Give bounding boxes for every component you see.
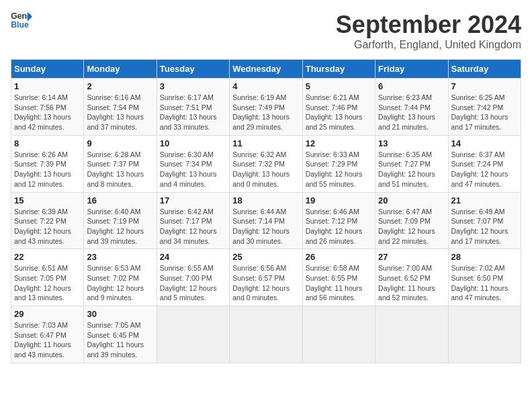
cell-info: Sunrise: 6:49 AMSunset: 7:07 PMDaylight:… bbox=[451, 207, 518, 246]
cell-info: Sunrise: 6:56 AMSunset: 6:57 PMDaylight:… bbox=[232, 263, 299, 303]
week-row-4: 22Sunrise: 6:51 AMSunset: 7:05 PMDayligh… bbox=[11, 249, 521, 306]
calendar-cell: 15Sunrise: 6:39 AMSunset: 7:22 PMDayligh… bbox=[11, 192, 84, 249]
logo-icon: General Blue bbox=[11, 11, 32, 30]
day-number: 28 bbox=[451, 252, 518, 262]
calendar-cell: 21Sunrise: 6:49 AMSunset: 7:07 PMDayligh… bbox=[448, 192, 521, 249]
header-day-tuesday: Tuesday bbox=[157, 60, 229, 79]
cell-info: Sunrise: 6:39 AMSunset: 7:22 PMDaylight:… bbox=[14, 207, 81, 246]
day-number: 14 bbox=[451, 138, 518, 148]
day-number: 21 bbox=[451, 195, 518, 205]
cell-info: Sunrise: 6:16 AMSunset: 7:54 PMDaylight:… bbox=[87, 93, 153, 132]
calendar-cell: 11Sunrise: 6:32 AMSunset: 7:32 PMDayligh… bbox=[230, 135, 302, 192]
cell-info: Sunrise: 6:21 AMSunset: 7:46 PMDaylight:… bbox=[306, 93, 372, 132]
day-number: 15 bbox=[14, 195, 81, 205]
day-number: 12 bbox=[306, 138, 372, 148]
calendar-cell: 4Sunrise: 6:19 AMSunset: 7:49 PMDaylight… bbox=[230, 79, 302, 136]
day-number: 7 bbox=[451, 81, 518, 91]
calendar-cell: 20Sunrise: 6:47 AMSunset: 7:09 PMDayligh… bbox=[375, 192, 448, 249]
day-number: 3 bbox=[160, 81, 226, 91]
cell-info: Sunrise: 6:37 AMSunset: 7:24 PMDaylight:… bbox=[451, 150, 518, 189]
calendar-cell: 8Sunrise: 6:26 AMSunset: 7:39 PMDaylight… bbox=[11, 135, 84, 192]
day-number: 9 bbox=[87, 138, 153, 148]
location-title: Garforth, England, United Kingdom bbox=[336, 39, 521, 51]
header-day-monday: Monday bbox=[84, 60, 157, 79]
cell-info: Sunrise: 6:35 AMSunset: 7:27 PMDaylight:… bbox=[378, 150, 445, 189]
calendar-cell bbox=[302, 306, 375, 363]
cell-info: Sunrise: 6:23 AMSunset: 7:44 PMDaylight:… bbox=[378, 93, 445, 132]
calendar-cell: 22Sunrise: 6:51 AMSunset: 7:05 PMDayligh… bbox=[11, 249, 84, 306]
calendar-cell: 24Sunrise: 6:55 AMSunset: 7:00 PMDayligh… bbox=[157, 249, 229, 306]
cell-info: Sunrise: 6:14 AMSunset: 7:56 PMDaylight:… bbox=[14, 93, 81, 132]
calendar-cell: 16Sunrise: 6:40 AMSunset: 7:19 PMDayligh… bbox=[84, 192, 157, 249]
cell-info: Sunrise: 6:53 AMSunset: 7:02 PMDaylight:… bbox=[87, 263, 153, 303]
title-area: September 2024 Garforth, England, United… bbox=[336, 11, 521, 51]
calendar-cell bbox=[230, 306, 302, 363]
calendar-cell: 6Sunrise: 6:23 AMSunset: 7:44 PMDaylight… bbox=[375, 79, 448, 136]
header-day-sunday: Sunday bbox=[11, 60, 84, 79]
month-title: September 2024 bbox=[336, 11, 521, 39]
cell-info: Sunrise: 6:28 AMSunset: 7:37 PMDaylight:… bbox=[87, 150, 153, 189]
svg-text:Blue: Blue bbox=[11, 20, 29, 30]
cell-info: Sunrise: 6:19 AMSunset: 7:49 PMDaylight:… bbox=[232, 93, 299, 132]
week-row-1: 1Sunrise: 6:14 AMSunset: 7:56 PMDaylight… bbox=[11, 79, 521, 136]
logo: General Blue bbox=[11, 11, 32, 30]
cell-info: Sunrise: 7:00 AMSunset: 6:52 PMDaylight:… bbox=[378, 263, 445, 303]
header-day-wednesday: Wednesday bbox=[230, 60, 302, 79]
day-number: 26 bbox=[306, 252, 372, 262]
cell-info: Sunrise: 6:51 AMSunset: 7:05 PMDaylight:… bbox=[14, 263, 81, 303]
day-number: 19 bbox=[306, 195, 372, 205]
week-row-2: 8Sunrise: 6:26 AMSunset: 7:39 PMDaylight… bbox=[11, 135, 521, 192]
calendar-cell: 7Sunrise: 6:25 AMSunset: 7:42 PMDaylight… bbox=[448, 79, 521, 136]
day-number: 27 bbox=[378, 252, 445, 262]
header-day-thursday: Thursday bbox=[302, 60, 375, 79]
calendar-cell: 3Sunrise: 6:17 AMSunset: 7:51 PMDaylight… bbox=[157, 79, 229, 136]
day-number: 1 bbox=[14, 81, 81, 91]
day-number: 24 bbox=[160, 252, 226, 262]
day-number: 13 bbox=[378, 138, 445, 148]
header-day-saturday: Saturday bbox=[448, 60, 521, 79]
cell-info: Sunrise: 7:05 AMSunset: 6:45 PMDaylight:… bbox=[87, 320, 153, 360]
calendar-cell: 12Sunrise: 6:33 AMSunset: 7:29 PMDayligh… bbox=[302, 135, 375, 192]
week-row-5: 29Sunrise: 7:03 AMSunset: 6:47 PMDayligh… bbox=[11, 306, 521, 363]
day-number: 6 bbox=[378, 81, 445, 91]
cell-info: Sunrise: 6:46 AMSunset: 7:12 PMDaylight:… bbox=[306, 207, 372, 246]
day-number: 16 bbox=[87, 195, 153, 205]
calendar-cell: 23Sunrise: 6:53 AMSunset: 7:02 PMDayligh… bbox=[84, 249, 157, 306]
calendar-cell: 5Sunrise: 6:21 AMSunset: 7:46 PMDaylight… bbox=[302, 79, 375, 136]
cell-info: Sunrise: 6:58 AMSunset: 6:55 PMDaylight:… bbox=[306, 263, 372, 303]
day-number: 29 bbox=[14, 309, 81, 319]
day-number: 2 bbox=[87, 81, 153, 91]
calendar-cell: 18Sunrise: 6:44 AMSunset: 7:14 PMDayligh… bbox=[230, 192, 302, 249]
day-number: 5 bbox=[306, 81, 372, 91]
calendar-cell: 2Sunrise: 6:16 AMSunset: 7:54 PMDaylight… bbox=[84, 79, 157, 136]
cell-info: Sunrise: 6:33 AMSunset: 7:29 PMDaylight:… bbox=[306, 150, 372, 189]
day-number: 4 bbox=[232, 81, 299, 91]
header-day-friday: Friday bbox=[375, 60, 448, 79]
cell-info: Sunrise: 6:42 AMSunset: 7:17 PMDaylight:… bbox=[160, 207, 226, 246]
cell-info: Sunrise: 6:17 AMSunset: 7:51 PMDaylight:… bbox=[160, 93, 226, 132]
cell-info: Sunrise: 6:47 AMSunset: 7:09 PMDaylight:… bbox=[378, 207, 445, 246]
day-number: 23 bbox=[87, 252, 153, 262]
calendar-cell bbox=[448, 306, 521, 363]
calendar-cell: 14Sunrise: 6:37 AMSunset: 7:24 PMDayligh… bbox=[448, 135, 521, 192]
calendar-cell: 30Sunrise: 7:05 AMSunset: 6:45 PMDayligh… bbox=[84, 306, 157, 363]
calendar-cell: 29Sunrise: 7:03 AMSunset: 6:47 PMDayligh… bbox=[11, 306, 84, 363]
calendar-cell: 27Sunrise: 7:00 AMSunset: 6:52 PMDayligh… bbox=[375, 249, 448, 306]
day-number: 22 bbox=[14, 252, 81, 262]
cell-info: Sunrise: 7:02 AMSunset: 6:50 PMDaylight:… bbox=[451, 263, 518, 303]
calendar-cell: 9Sunrise: 6:28 AMSunset: 7:37 PMDaylight… bbox=[84, 135, 157, 192]
cell-info: Sunrise: 6:26 AMSunset: 7:39 PMDaylight:… bbox=[14, 150, 81, 189]
day-number: 25 bbox=[232, 252, 299, 262]
calendar-cell: 1Sunrise: 6:14 AMSunset: 7:56 PMDaylight… bbox=[11, 79, 84, 136]
day-number: 18 bbox=[232, 195, 299, 205]
calendar-cell: 25Sunrise: 6:56 AMSunset: 6:57 PMDayligh… bbox=[230, 249, 302, 306]
calendar-table: SundayMondayTuesdayWednesdayThursdayFrid… bbox=[11, 59, 521, 363]
header-row: SundayMondayTuesdayWednesdayThursdayFrid… bbox=[11, 60, 521, 79]
cell-info: Sunrise: 6:40 AMSunset: 7:19 PMDaylight:… bbox=[87, 207, 153, 246]
week-row-3: 15Sunrise: 6:39 AMSunset: 7:22 PMDayligh… bbox=[11, 192, 521, 249]
day-number: 20 bbox=[378, 195, 445, 205]
cell-info: Sunrise: 6:32 AMSunset: 7:32 PMDaylight:… bbox=[232, 150, 299, 189]
page-header: General Blue September 2024 Garforth, En… bbox=[11, 11, 521, 51]
calendar-body: 1Sunrise: 6:14 AMSunset: 7:56 PMDaylight… bbox=[11, 79, 521, 363]
day-number: 11 bbox=[232, 138, 299, 148]
